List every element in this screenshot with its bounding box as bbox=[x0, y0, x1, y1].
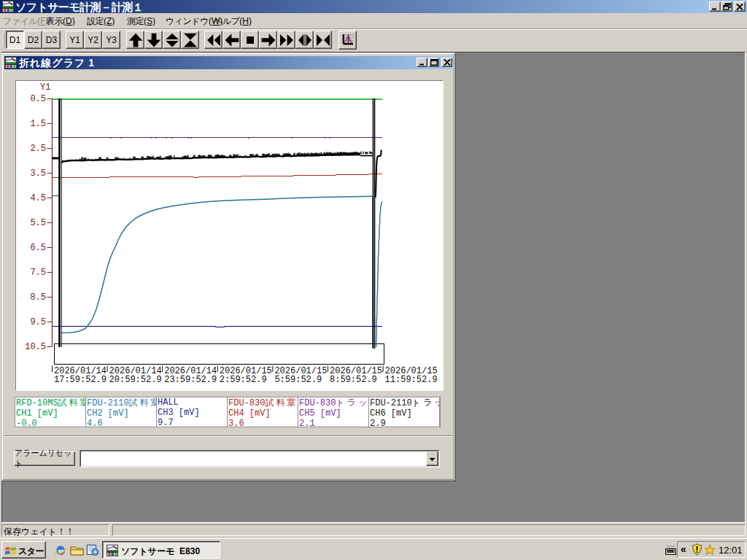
svg-text:2.5: 2.5 bbox=[30, 144, 46, 154]
svg-text:20:59:52.9: 20:59:52.9 bbox=[109, 375, 162, 385]
svg-text:3.5: 3.5 bbox=[30, 168, 46, 179]
svg-text:7.5: 7.5 bbox=[30, 268, 46, 278]
svg-text:8.5: 8.5 bbox=[30, 292, 46, 303]
svg-text:0.5: 0.5 bbox=[30, 94, 46, 104]
svg-text:1.5: 1.5 bbox=[30, 119, 46, 129]
svg-text:17:59:52.9: 17:59:52.9 bbox=[54, 375, 107, 385]
svg-text:10.5: 10.5 bbox=[25, 342, 46, 352]
svg-text:5.5: 5.5 bbox=[30, 218, 46, 228]
svg-text:2:59:52.9: 2:59:52.9 bbox=[220, 375, 267, 385]
svg-text:8:59:52.9: 8:59:52.9 bbox=[330, 375, 377, 385]
svg-text:11:59:52.9: 11:59:52.9 bbox=[385, 375, 438, 385]
svg-text:5:59:52.9: 5:59:52.9 bbox=[274, 375, 322, 385]
svg-text:23:59:52.9: 23:59:52.9 bbox=[164, 375, 217, 385]
svg-text:4.5: 4.5 bbox=[30, 193, 46, 203]
svg-text:Y1: Y1 bbox=[40, 82, 50, 93]
svg-text:6.5: 6.5 bbox=[30, 243, 46, 253]
svg-text:9.5: 9.5 bbox=[30, 317, 46, 327]
